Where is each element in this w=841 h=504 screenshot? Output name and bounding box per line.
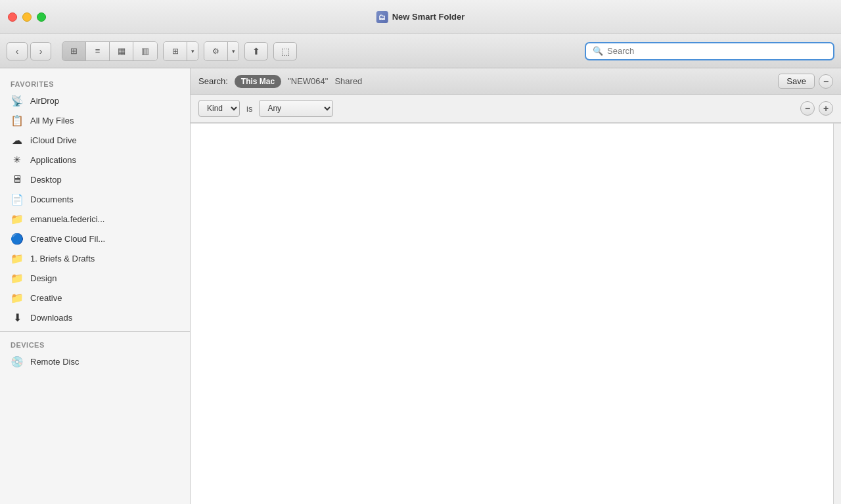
sidebar-item-documents[interactable]: 📄 Documents [0,189,190,209]
sidebar-item-label: All My Files [30,116,74,126]
view-icon-button[interactable]: ⊞ [62,42,86,60]
search-bar-right: Save − [778,74,833,89]
search-icon: 🔍 [593,46,603,56]
sidebar-item-label: Remote Disc [30,357,79,367]
favorites-header: Favorites [0,75,190,91]
action-chevron-icon: ▾ [232,48,235,55]
sidebar-item-label: Creative Cloud Fil... [30,234,105,244]
sidebar-item-briefs-drafts[interactable]: 📁 1. Briefs & Drafts [0,248,190,268]
sidebar-item-airdrop[interactable]: 📡 AirDrop [0,91,190,110]
grid-view-icon: ⊞ [172,47,179,56]
sidebar-item-remote-disc[interactable]: 💿 Remote Disc [0,352,190,371]
shared-button[interactable]: Shared [334,76,362,86]
remove-criteria-button[interactable]: − [819,74,833,89]
kind-select[interactable]: Kind [198,100,240,117]
sidebar-item-label: Creative [30,293,62,303]
filter-row: Kind is Any Applications Documents Folde… [191,95,841,123]
sidebar: Favorites 📡 AirDrop 📋 All My Files ☁ iCl… [0,68,191,504]
filter-plus-button[interactable]: + [819,101,833,116]
icon-view-icon: ⊞ [70,46,78,56]
maximize-button[interactable] [37,12,46,22]
minimize-button[interactable] [22,12,32,22]
results-area [191,123,841,504]
design-icon: 📁 [11,271,24,285]
is-label: is [246,104,252,114]
sidebar-item-label: AirDrop [30,96,59,106]
sidebar-item-design[interactable]: 📁 Design [0,268,190,288]
action-button-group: ⚙ ▾ [204,41,239,61]
gear-icon: ⚙ [212,47,219,56]
sidebar-item-label: Desktop [30,175,62,185]
search-scope-bar: Search: This Mac "NEW064" Shared Save − [191,68,841,95]
sidebar-divider [0,331,190,332]
documents-icon: 📄 [11,193,24,206]
action-button[interactable]: ⚙ [204,42,228,60]
sidebar-item-creative[interactable]: 📁 Creative [0,288,190,308]
this-mac-button[interactable]: This Mac [235,75,281,88]
list-view-icon: ≡ [95,46,101,56]
close-button[interactable] [8,12,17,22]
creative-cloud-icon: 🔵 [11,232,24,245]
creative-icon: 📁 [11,291,24,304]
sidebar-item-desktop[interactable]: 🖥 Desktop [0,170,190,189]
action-arrow-button[interactable]: ▾ [228,42,239,60]
sidebar-item-label: Downloads [30,313,72,323]
scrollbar[interactable] [833,124,841,504]
icloud-drive-icon: ☁ [11,133,24,147]
desktop-icon: 🖥 [11,173,24,186]
sidebar-item-icloud-drive[interactable]: ☁ iCloud Drive [0,130,190,150]
filter-minus-button[interactable]: − [800,101,815,116]
airdrop-icon: 📡 [11,94,24,107]
content-area: Search: This Mac "NEW064" Shared Save − … [191,68,841,504]
any-select[interactable]: Any Applications Documents Folders Image… [259,100,333,117]
sidebar-item-creative-cloud[interactable]: 🔵 Creative Cloud Fil... [0,229,190,248]
toolbar: ‹ › ⊞ ≡ ▦ ▥ ⊞ ▾ ⚙ ▾ ⬆ ⬚ [0,34,841,68]
view-mode-buttons: ⊞ ≡ ▦ ▥ [62,41,158,61]
window-title: New Smart Folder [392,12,465,22]
downloads-icon: ⬇ [11,311,24,324]
sidebar-item-label: Documents [30,195,74,204]
back-button[interactable]: ‹ [7,42,28,60]
cover-view-icon: ▥ [141,46,149,56]
sidebar-item-label: iCloud Drive [30,135,77,145]
sidebar-item-label: emanuela.federici... [30,214,104,224]
view-cover-button[interactable]: ▥ [133,42,157,60]
window-title-icon: 🗂 [376,11,388,23]
search-label: Search: [198,76,228,86]
sidebar-item-emanuela[interactable]: 📁 emanuela.federici... [0,209,190,229]
view-list-button[interactable]: ≡ [86,42,110,60]
save-button[interactable]: Save [778,74,815,89]
tag-icon: ⬚ [281,46,290,57]
traffic-lights [8,12,46,22]
search-input[interactable] [607,46,827,56]
title-bar: 🗂 New Smart Folder [0,0,841,34]
sidebar-item-label: Applications [30,155,76,165]
sidebar-item-label: 1. Briefs & Drafts [30,254,95,263]
emanuela-folder-icon: 📁 [11,212,24,225]
devices-header: Devices [0,336,190,352]
window-title-area: 🗂 New Smart Folder [376,11,465,23]
sidebar-item-downloads[interactable]: ⬇ Downloads [0,308,190,327]
forward-button[interactable]: › [30,42,51,60]
share-icon: ⬆ [252,46,260,57]
sidebar-item-label: Design [30,273,57,283]
tag-button[interactable]: ⬚ [273,42,297,60]
search-box[interactable]: 🔍 [585,42,834,60]
view-options-button: ⊞ ▾ [163,41,198,61]
filter-controls-right: − + [800,101,833,116]
chevron-down-icon: ▾ [191,48,194,55]
nav-buttons: ‹ › [7,42,51,60]
share-button[interactable]: ⬆ [244,42,268,60]
view-options-main[interactable]: ⊞ [164,42,187,60]
main-content: Favorites 📡 AirDrop 📋 All My Files ☁ iCl… [0,68,841,504]
briefs-drafts-icon: 📁 [11,252,24,265]
remote-disc-icon: 💿 [11,355,24,368]
sidebar-item-all-my-files[interactable]: 📋 All My Files [0,110,190,130]
view-options-arrow[interactable]: ▾ [187,42,198,60]
sidebar-item-applications[interactable]: ✳ Applications [0,150,190,170]
view-column-button[interactable]: ▦ [110,42,133,60]
applications-icon: ✳ [11,153,24,166]
column-view-icon: ▦ [118,46,125,56]
current-folder-button[interactable]: "NEW064" [288,76,328,86]
all-my-files-icon: 📋 [11,114,24,127]
